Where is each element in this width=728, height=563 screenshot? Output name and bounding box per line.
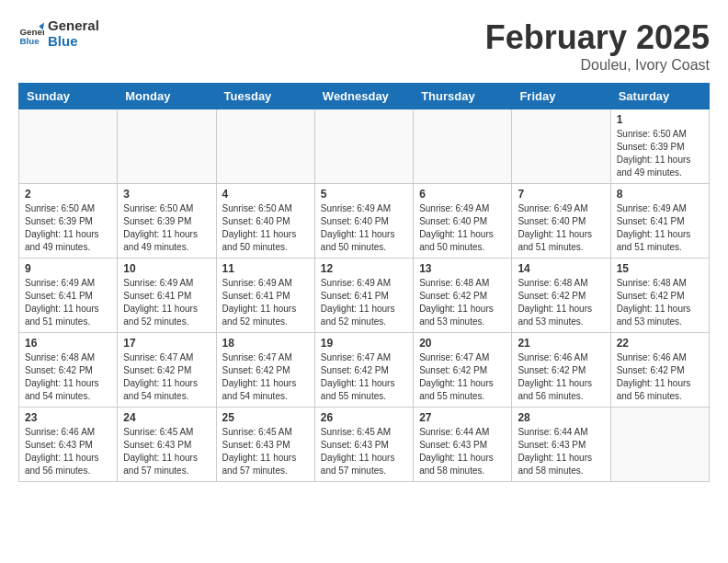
weekday-header-sunday: Sunday xyxy=(19,84,118,109)
day-info: Sunrise: 6:44 AM Sunset: 6:43 PM Dayligh… xyxy=(518,426,604,477)
calendar-cell: 19Sunrise: 6:47 AM Sunset: 6:42 PM Dayli… xyxy=(314,333,413,408)
calendar-cell: 25Sunrise: 6:45 AM Sunset: 6:43 PM Dayli… xyxy=(216,408,314,482)
day-info: Sunrise: 6:47 AM Sunset: 6:42 PM Dayligh… xyxy=(321,351,407,403)
day-number: 6 xyxy=(419,188,506,201)
page-header: General Blue General Blue February 2025 … xyxy=(18,18,710,74)
calendar-table: SundayMondayTuesdayWednesdayThursdayFrid… xyxy=(18,83,710,482)
calendar-cell: 26Sunrise: 6:45 AM Sunset: 6:43 PM Dayli… xyxy=(314,408,413,482)
calendar-cell: 14Sunrise: 6:48 AM Sunset: 6:42 PM Dayli… xyxy=(512,259,610,333)
location-title: Douleu, Ivory Coast xyxy=(485,57,710,74)
day-number: 20 xyxy=(419,337,506,350)
day-number: 2 xyxy=(25,188,111,201)
calendar-week-4: 23Sunrise: 6:46 AM Sunset: 6:43 PM Dayli… xyxy=(19,408,710,482)
day-info: Sunrise: 6:48 AM Sunset: 6:42 PM Dayligh… xyxy=(25,351,111,403)
day-info: Sunrise: 6:47 AM Sunset: 6:42 PM Dayligh… xyxy=(419,351,506,403)
day-number: 24 xyxy=(123,411,210,424)
calendar-cell: 8Sunrise: 6:49 AM Sunset: 6:41 PM Daylig… xyxy=(610,184,709,259)
calendar-cell: 24Sunrise: 6:45 AM Sunset: 6:43 PM Dayli… xyxy=(118,408,216,482)
calendar-cell: 3Sunrise: 6:50 AM Sunset: 6:39 PM Daylig… xyxy=(118,184,216,259)
weekday-header-tuesday: Tuesday xyxy=(216,84,314,109)
day-info: Sunrise: 6:49 AM Sunset: 6:41 PM Dayligh… xyxy=(123,277,210,328)
calendar-cell: 5Sunrise: 6:49 AM Sunset: 6:40 PM Daylig… xyxy=(314,184,413,259)
day-number: 1 xyxy=(617,113,703,126)
calendar-week-2: 9Sunrise: 6:49 AM Sunset: 6:41 PM Daylig… xyxy=(19,259,710,333)
day-info: Sunrise: 6:47 AM Sunset: 6:42 PM Dayligh… xyxy=(222,351,309,403)
day-number: 10 xyxy=(123,262,210,275)
calendar-week-1: 2Sunrise: 6:50 AM Sunset: 6:39 PM Daylig… xyxy=(19,184,710,259)
calendar-cell: 12Sunrise: 6:49 AM Sunset: 6:41 PM Dayli… xyxy=(314,259,413,333)
calendar-cell: 23Sunrise: 6:46 AM Sunset: 6:43 PM Dayli… xyxy=(19,408,118,482)
day-info: Sunrise: 6:49 AM Sunset: 6:41 PM Dayligh… xyxy=(222,277,309,328)
title-block: February 2025 Douleu, Ivory Coast xyxy=(485,18,710,74)
day-info: Sunrise: 6:49 AM Sunset: 6:41 PM Dayligh… xyxy=(321,277,407,328)
weekday-header-row: SundayMondayTuesdayWednesdayThursdayFrid… xyxy=(19,84,710,109)
day-number: 27 xyxy=(419,411,506,424)
day-info: Sunrise: 6:49 AM Sunset: 6:40 PM Dayligh… xyxy=(321,202,407,254)
day-number: 28 xyxy=(518,411,604,424)
day-number: 14 xyxy=(518,262,604,275)
weekday-header-friday: Friday xyxy=(512,84,610,109)
calendar-cell: 22Sunrise: 6:46 AM Sunset: 6:42 PM Dayli… xyxy=(610,333,709,408)
day-number: 18 xyxy=(222,337,309,350)
logo-general: General xyxy=(48,18,99,34)
calendar-cell xyxy=(414,109,512,184)
calendar-cell: 6Sunrise: 6:49 AM Sunset: 6:40 PM Daylig… xyxy=(414,184,512,259)
day-number: 12 xyxy=(321,262,407,275)
day-info: Sunrise: 6:49 AM Sunset: 6:41 PM Dayligh… xyxy=(617,202,703,254)
calendar-cell xyxy=(118,109,216,184)
logo: General Blue General Blue xyxy=(18,18,99,49)
calendar-cell: 16Sunrise: 6:48 AM Sunset: 6:42 PM Dayli… xyxy=(19,333,118,408)
calendar-cell: 10Sunrise: 6:49 AM Sunset: 6:41 PM Dayli… xyxy=(118,259,216,333)
day-number: 17 xyxy=(123,337,210,350)
day-number: 9 xyxy=(25,262,111,275)
day-info: Sunrise: 6:46 AM Sunset: 6:42 PM Dayligh… xyxy=(518,351,604,403)
day-info: Sunrise: 6:47 AM Sunset: 6:42 PM Dayligh… xyxy=(123,351,210,403)
weekday-header-saturday: Saturday xyxy=(610,84,709,109)
day-info: Sunrise: 6:44 AM Sunset: 6:43 PM Dayligh… xyxy=(419,426,506,477)
calendar-cell: 1Sunrise: 6:50 AM Sunset: 6:39 PM Daylig… xyxy=(610,109,709,184)
calendar-cell: 9Sunrise: 6:49 AM Sunset: 6:41 PM Daylig… xyxy=(19,259,118,333)
day-info: Sunrise: 6:46 AM Sunset: 6:42 PM Dayligh… xyxy=(617,351,703,403)
day-info: Sunrise: 6:48 AM Sunset: 6:42 PM Dayligh… xyxy=(617,277,703,328)
calendar-cell: 15Sunrise: 6:48 AM Sunset: 6:42 PM Dayli… xyxy=(610,259,709,333)
day-number: 3 xyxy=(123,188,210,201)
calendar-cell xyxy=(19,109,118,184)
day-number: 23 xyxy=(25,411,111,424)
day-info: Sunrise: 6:50 AM Sunset: 6:39 PM Dayligh… xyxy=(123,202,210,254)
calendar-cell xyxy=(216,109,314,184)
day-number: 22 xyxy=(617,337,703,350)
calendar-cell: 13Sunrise: 6:48 AM Sunset: 6:42 PM Dayli… xyxy=(414,259,512,333)
calendar-cell: 7Sunrise: 6:49 AM Sunset: 6:40 PM Daylig… xyxy=(512,184,610,259)
day-info: Sunrise: 6:48 AM Sunset: 6:42 PM Dayligh… xyxy=(518,277,604,328)
day-info: Sunrise: 6:46 AM Sunset: 6:43 PM Dayligh… xyxy=(25,426,111,477)
calendar-cell xyxy=(610,408,709,482)
day-info: Sunrise: 6:50 AM Sunset: 6:39 PM Dayligh… xyxy=(617,128,703,179)
calendar-cell: 2Sunrise: 6:50 AM Sunset: 6:39 PM Daylig… xyxy=(19,184,118,259)
day-info: Sunrise: 6:49 AM Sunset: 6:41 PM Dayligh… xyxy=(25,277,111,328)
day-info: Sunrise: 6:49 AM Sunset: 6:40 PM Dayligh… xyxy=(518,202,604,254)
calendar-week-3: 16Sunrise: 6:48 AM Sunset: 6:42 PM Dayli… xyxy=(19,333,710,408)
day-number: 25 xyxy=(222,411,309,424)
calendar-cell: 17Sunrise: 6:47 AM Sunset: 6:42 PM Dayli… xyxy=(118,333,216,408)
day-info: Sunrise: 6:48 AM Sunset: 6:42 PM Dayligh… xyxy=(419,277,506,328)
day-number: 16 xyxy=(25,337,111,350)
weekday-header-thursday: Thursday xyxy=(414,84,512,109)
logo-blue: Blue xyxy=(48,34,99,50)
calendar-cell: 27Sunrise: 6:44 AM Sunset: 6:43 PM Dayli… xyxy=(414,408,512,482)
calendar-cell: 21Sunrise: 6:46 AM Sunset: 6:42 PM Dayli… xyxy=(512,333,610,408)
day-number: 19 xyxy=(321,337,407,350)
svg-text:Blue: Blue xyxy=(19,36,40,46)
day-number: 11 xyxy=(222,262,309,275)
day-number: 8 xyxy=(617,188,703,201)
month-title: February 2025 xyxy=(485,18,710,57)
calendar-cell: 4Sunrise: 6:50 AM Sunset: 6:40 PM Daylig… xyxy=(216,184,314,259)
day-info: Sunrise: 6:50 AM Sunset: 6:40 PM Dayligh… xyxy=(222,202,309,254)
logo-icon: General Blue xyxy=(18,21,44,47)
day-info: Sunrise: 6:45 AM Sunset: 6:43 PM Dayligh… xyxy=(222,426,309,477)
calendar-cell: 28Sunrise: 6:44 AM Sunset: 6:43 PM Dayli… xyxy=(512,408,610,482)
day-info: Sunrise: 6:50 AM Sunset: 6:39 PM Dayligh… xyxy=(25,202,111,254)
calendar-cell: 18Sunrise: 6:47 AM Sunset: 6:42 PM Dayli… xyxy=(216,333,314,408)
day-number: 4 xyxy=(222,188,309,201)
day-number: 13 xyxy=(419,262,506,275)
day-number: 15 xyxy=(617,262,703,275)
